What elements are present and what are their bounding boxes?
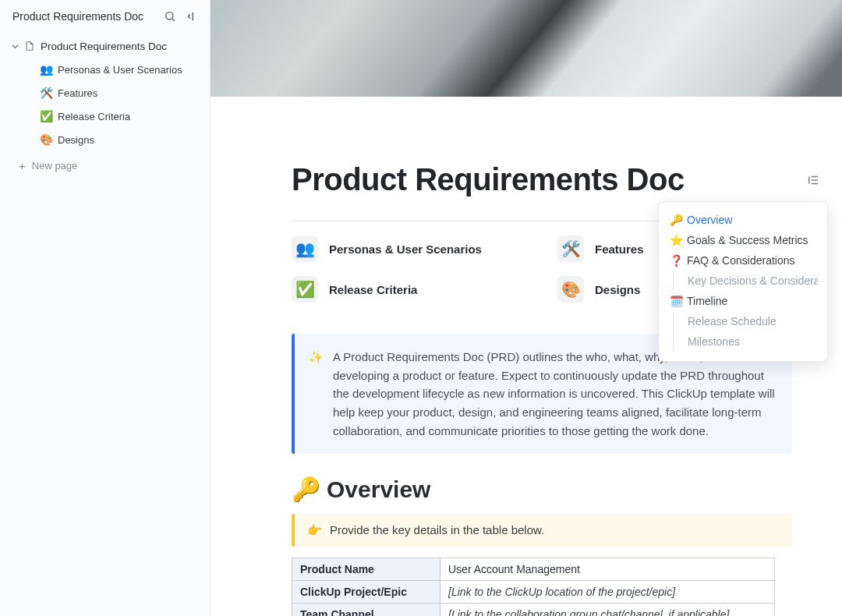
toc-item-label: Goals & Success Metrics bbox=[687, 234, 808, 246]
toc-question-icon: ❓ bbox=[670, 254, 682, 267]
point-right-icon: 👉 bbox=[307, 523, 322, 537]
page-tree: Product Requirements Doc 👥 Personas & Us… bbox=[0, 34, 210, 151]
card-emoji: 🎨 bbox=[561, 280, 581, 299]
collapse-sidebar-icon[interactable] bbox=[185, 9, 199, 23]
table-val: [Link to the collaboration group chat/ch… bbox=[440, 604, 775, 616]
toc-popover: 🔑 Overview ⭐ Goals & Success Metrics ❓ F… bbox=[658, 201, 828, 362]
table-row[interactable]: Team Channel [Link to the collaboration … bbox=[292, 604, 775, 616]
table-key: Product Name bbox=[292, 558, 440, 581]
overview-heading: 🔑 Overview bbox=[292, 476, 792, 503]
page-title: Product Requirements Doc bbox=[292, 162, 792, 197]
toc-item-label: Milestones bbox=[688, 335, 740, 348]
card-emoji: ✅ bbox=[295, 280, 315, 299]
release-card-icon: ✅ bbox=[292, 276, 318, 303]
svg-line-1 bbox=[172, 19, 175, 21]
designs-emoji-icon: 🎨 bbox=[39, 133, 53, 146]
table-val: [Link to the ClickUp location of the pro… bbox=[440, 581, 775, 604]
tree-child-designs[interactable]: 🎨 Designs bbox=[6, 129, 203, 150]
toc-item-release-schedule[interactable]: Release Schedule bbox=[673, 311, 818, 331]
personas-emoji-icon: 👥 bbox=[39, 63, 53, 76]
toc-item-label: Overview bbox=[687, 214, 732, 226]
card-label: Release Criteria bbox=[329, 283, 417, 296]
tree-root[interactable]: Product Requirements Doc bbox=[6, 36, 203, 56]
table-row[interactable]: Product Name User Account Management bbox=[292, 558, 775, 581]
overview-table: Product Name User Account Management Cli… bbox=[292, 558, 775, 616]
card-emoji: 👥 bbox=[295, 239, 315, 258]
cover-image bbox=[210, 0, 842, 97]
table-row[interactable]: ClickUp Project/Epic [Link to the ClickU… bbox=[292, 581, 775, 604]
document-icon bbox=[23, 40, 36, 52]
toc-toggle-icon[interactable] bbox=[803, 170, 823, 190]
new-page-button[interactable]: + New page bbox=[0, 151, 210, 180]
overview-tip: 👉 Provide the key details in the table b… bbox=[292, 514, 792, 547]
designs-card-icon: 🎨 bbox=[557, 276, 584, 303]
toc-item-overview[interactable]: 🔑 Overview bbox=[668, 210, 818, 230]
toc-item-goals[interactable]: ⭐ Goals & Success Metrics bbox=[668, 230, 818, 250]
tree-child-features[interactable]: 🛠️ Features bbox=[6, 83, 203, 103]
search-icon[interactable] bbox=[163, 9, 177, 23]
toc-item-timeline[interactable]: 🗓️ Timeline bbox=[668, 291, 818, 311]
card-release[interactable]: ✅ Release Criteria bbox=[292, 276, 526, 303]
toc-key-icon: 🔑 bbox=[670, 214, 682, 226]
sidebar: Product Requirements Doc Product Require… bbox=[0, 0, 210, 616]
main-area: Product Requirements Doc 👥 Personas & Us… bbox=[210, 0, 842, 616]
tree-child-label: Features bbox=[58, 87, 97, 99]
card-label: Features bbox=[595, 243, 644, 256]
tree-root-label: Product Requirements Doc bbox=[41, 41, 167, 52]
toc-item-milestones[interactable]: Milestones bbox=[673, 331, 818, 352]
tree-child-personas[interactable]: 👥 Personas & User Scenarios bbox=[6, 59, 203, 80]
toc-item-faq[interactable]: ❓ FAQ & Considerations bbox=[668, 250, 818, 271]
table-key: ClickUp Project/Epic bbox=[292, 581, 440, 604]
toc-item-label: Key Decisions & Consideratio… bbox=[688, 274, 818, 287]
key-icon: 🔑 bbox=[292, 476, 320, 503]
tree-child-label: Designs bbox=[58, 134, 94, 146]
table-key: Team Channel bbox=[292, 604, 440, 616]
card-label: Personas & User Scenarios bbox=[329, 243, 482, 256]
tree-child-label: Personas & User Scenarios bbox=[58, 64, 182, 76]
svg-point-0 bbox=[166, 12, 173, 19]
sparkles-icon: ✨ bbox=[309, 348, 324, 440]
tree-child-label: Release Criteria bbox=[58, 111, 130, 122]
caret-down-icon bbox=[11, 42, 19, 50]
tree-child-release[interactable]: ✅ Release Criteria bbox=[6, 106, 203, 126]
features-card-icon: 🛠️ bbox=[557, 235, 584, 262]
release-emoji-icon: ✅ bbox=[39, 110, 53, 122]
sidebar-title: Product Requirements Doc bbox=[12, 10, 143, 23]
plus-icon: + bbox=[19, 159, 26, 172]
card-emoji: 🛠️ bbox=[561, 239, 581, 258]
sidebar-header: Product Requirements Doc bbox=[0, 0, 210, 34]
toc-item-label: FAQ & Considerations bbox=[687, 254, 795, 267]
overview-tip-text: Provide the key details in the table bel… bbox=[330, 523, 544, 537]
overview-heading-text: Overview bbox=[327, 476, 430, 503]
new-page-label: New page bbox=[32, 160, 78, 172]
personas-card-icon: 👥 bbox=[292, 235, 318, 262]
toc-item-decisions[interactable]: Key Decisions & Consideratio… bbox=[673, 271, 818, 291]
toc-item-label: Timeline bbox=[687, 295, 727, 307]
card-label: Designs bbox=[595, 283, 640, 296]
toc-star-icon: ⭐ bbox=[670, 234, 682, 246]
table-val: User Account Management bbox=[440, 558, 775, 581]
toc-calendar-icon: 🗓️ bbox=[670, 295, 682, 307]
features-emoji-icon: 🛠️ bbox=[39, 87, 53, 99]
card-personas[interactable]: 👥 Personas & User Scenarios bbox=[292, 235, 526, 262]
toc-item-label: Release Schedule bbox=[688, 315, 777, 327]
